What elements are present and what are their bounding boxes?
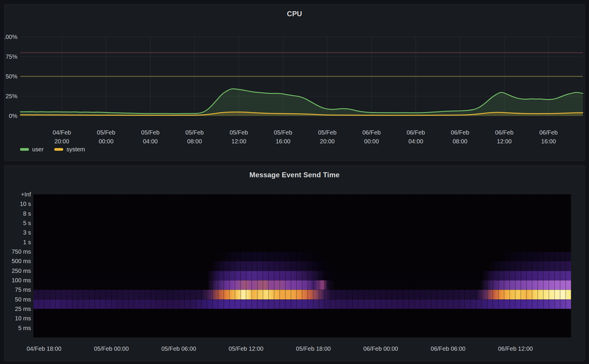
heatmap-row-250ms[interactable] [33,271,571,280]
cpu-x-tick-time: 20:00 [320,138,335,145]
cpu-x-tick-date: 05/Feb [274,129,292,136]
heatmap-x-tick-label: 05/Feb 00:00 [94,345,129,352]
cpu-x-tick-date: 05/Feb [185,129,204,136]
heatmap-x-tick-label: 05/Feb 18:00 [296,345,331,352]
cpu-x-tick-date: 06/Feb [451,129,469,136]
cpu-x-tick-time: 16:00 [276,138,290,145]
heatmap-x-tick-label: 06/Feb 06:00 [431,345,466,352]
legend-label: system [66,146,85,153]
heatmap-row-750ms[interactable] [33,252,571,261]
heatmap-y-tick-label: 10 s [6,201,31,207]
cpu-y-tick-label: 50% [6,73,17,80]
heatmap-y-tick-label: 8 s [6,210,31,217]
heatmap-row-8s[interactable] [33,214,571,223]
heatmap-y-tick-label: 100 ms [6,277,31,283]
cpu-x-tick-date: 06/Feb [495,129,513,136]
heatmap-y-tick-label: 500 ms [6,258,31,264]
cpu-x-tick-date: 06/Feb [407,129,425,136]
heatmap-row-1s[interactable] [33,242,571,252]
heatmap-row-100ms[interactable] [33,280,571,290]
heatmap-x-tick-label: 06/Feb 12:00 [498,345,533,352]
grafana-dashboard: { "cpu": { "title": "CPU", "legend": { "… [0,0,589,364]
heatmap-y-tick-label: 50 ms [6,296,31,303]
heatmap-y-tick-label: 750 ms [6,248,31,255]
heatmap-y-tick-label: 250 ms [6,268,31,274]
heatmap-row-5s[interactable] [33,223,571,232]
cpu-x-tick-time: 04:00 [408,138,423,145]
cpu-x-tick-time: 16:00 [541,138,556,145]
heatmap-x-tick-label: 05/Feb 06:00 [161,345,196,352]
cpu-y-tick-label: 100% [4,34,17,40]
cpu-panel: CPU 04/Feb20:0005/Feb00:0005/Feb04:0005/… [4,4,585,161]
heatmap-y-tick-label: 1 s [6,239,31,245]
heatmap-y-tick-label: 5 s [6,220,31,226]
cpu-x-tick-time: 20:00 [55,138,69,145]
heatmap-y-tick-label: 75 ms [6,286,31,293]
cpu-x-tick-time: 08:00 [453,138,467,145]
legend-item-system[interactable]: system [54,146,85,153]
heatmap-y-tick-label: 10 ms [6,315,31,322]
cpu-x-tick-date: 05/Feb [230,129,248,136]
heatmap-panel: Message Event Send Time +Inf10 s8 s5 s3 … [4,165,585,361]
heatmap-row-+Inf[interactable] [33,194,571,204]
cpu-y-tick-label: 25% [6,93,17,99]
heatmap-x-tick-label: 04/Feb 18:00 [27,345,61,352]
heatmap-y-tick-label: 25 ms [6,306,31,312]
heatmap-row-5ms[interactable] [33,328,571,337]
cpu-y-tick-label: 75% [6,53,17,60]
legend-swatch-system [54,148,63,151]
cpu-x-tick-date: 05/Feb [318,129,336,136]
cpu-x-tick-date: 05/Feb [141,129,159,136]
cpu-chart: 04/Feb20:0005/Feb00:0005/Feb04:0005/Feb0… [4,4,585,161]
heatmap-row-50ms[interactable] [33,299,571,309]
cpu-y-tick-label: 0% [9,113,17,119]
heatmap-row-500ms[interactable] [33,261,571,270]
cpu-x-tick-date: 06/Feb [539,129,558,136]
cpu-x-tick-time: 00:00 [364,138,379,145]
cpu-x-tick-date: 06/Feb [362,129,381,136]
heatmap-row-10s[interactable] [33,204,571,213]
heatmap-plot-area[interactable] [33,194,571,337]
heatmap-row-3s[interactable] [33,232,571,242]
cpu-legend: usersystem [20,146,85,153]
heatmap-row-75ms[interactable] [33,290,571,299]
heatmap-row-10ms[interactable] [33,318,571,328]
heatmap-row-25ms[interactable] [33,309,571,318]
heatmap-y-tick-label: 5 ms [6,325,31,331]
heatmap-y-tick-label: +Inf [6,191,31,198]
legend-label: user [32,146,44,153]
heatmap-x-tick-label: 05/Feb 12:00 [229,345,264,352]
cpu-x-tick-time: 12:00 [497,138,512,145]
cpu-x-tick-date: 05/Feb [97,129,115,136]
heatmap-panel-title[interactable]: Message Event Send Time [4,171,585,179]
cpu-x-tick-time: 12:00 [231,138,246,145]
cpu-plot-area[interactable] [20,37,583,116]
cpu-x-tick-date: 04/Feb [53,129,71,136]
cpu-x-tick-time: 08:00 [187,138,202,145]
cpu-x-tick-time: 04:00 [143,138,158,145]
heatmap-y-tick-label: 3 s [6,229,31,236]
legend-item-user[interactable]: user [20,146,44,153]
legend-swatch-user [20,148,29,151]
cpu-x-tick-time: 00:00 [99,138,113,145]
heatmap-x-tick-label: 06/Feb 00:00 [363,345,398,352]
